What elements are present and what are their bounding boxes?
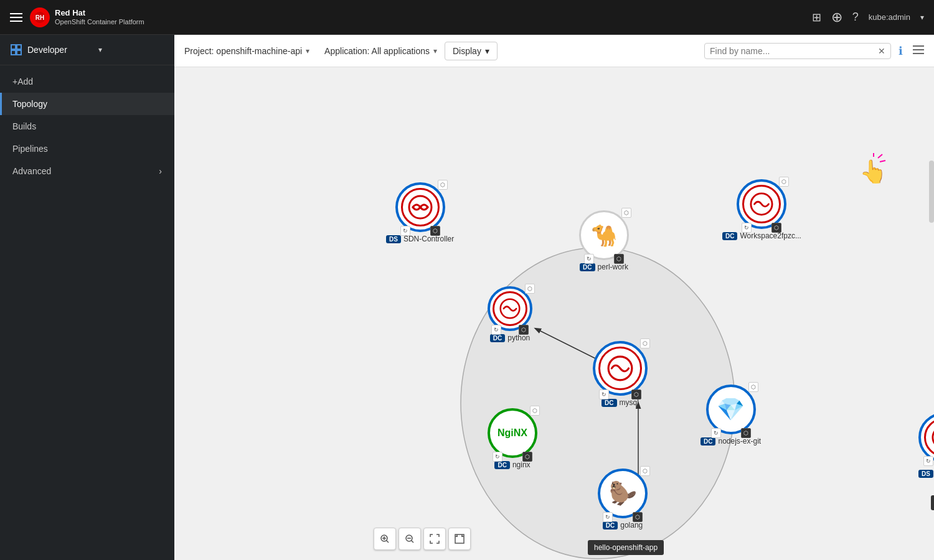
external-link-icon[interactable]: ⬡ [525, 284, 535, 294]
info-icon[interactable]: ℹ [899, 44, 903, 58]
redhat-logo: RH Red Hat OpenShift Container Platform [30, 7, 144, 27]
deploy-icon[interactable]: ⬡ [614, 254, 624, 264]
node-label-golang: DC golang [603, 521, 643, 530]
sidebar-item-pipelines[interactable]: Pipelines [0, 138, 174, 160]
sync-icon[interactable]: ↻ [603, 512, 613, 522]
search-clear-icon[interactable]: ✕ [878, 46, 885, 56]
svg-line-26 [412, 541, 414, 543]
external-link-icon[interactable]: ⬡ [621, 208, 631, 218]
node-label-python: DC python [490, 334, 530, 342]
sidebar-item-advanced[interactable]: Advanced › [0, 160, 174, 182]
deploy-icon[interactable]: ⬡ [430, 226, 440, 236]
fit-to-screen-button[interactable] [423, 528, 446, 550]
node-perl-work-main[interactable]: 🐪 ⬡ ↻ ⬡ DC perl-work [579, 210, 629, 271]
scrollbar[interactable] [929, 161, 934, 223]
external-link-icon[interactable]: ⬡ [640, 466, 650, 476]
sync-icon[interactable]: ↻ [742, 223, 752, 233]
svg-rect-5 [17, 50, 21, 55]
sidebar-item-builds[interactable]: Builds [0, 115, 174, 138]
user-dropdown-icon[interactable]: ▾ [920, 13, 924, 22]
hello-openshift-tooltip: hello-openshift-app [588, 540, 664, 555]
hamburger-menu[interactable] [10, 13, 22, 22]
deploy-icon[interactable]: ⬡ [631, 390, 641, 399]
topology-canvas[interactable]: ⬡ ↻ ⬡ DS SDN-Controller 🐪 ⬡ ↻ [174, 67, 934, 560]
sync-icon[interactable]: ↻ [584, 254, 594, 264]
node-name-golang: golang [620, 521, 643, 530]
external-link-icon[interactable]: ⬡ [779, 177, 789, 187]
node-mysql[interactable]: ⬡ ↻ ⬡ DC mysql [593, 341, 648, 407]
external-link-icon[interactable]: ⬡ [748, 382, 758, 392]
redhat-icon: RH [30, 7, 50, 27]
application-selector[interactable]: Application: All applications ▾ [324, 46, 437, 56]
svg-text:👆: 👆 [859, 158, 887, 184]
svg-rect-6 [913, 45, 924, 47]
sync-icon[interactable]: ↻ [400, 226, 410, 236]
search-box[interactable]: ✕ [704, 43, 891, 59]
node-name-sdn-main: SDN-Controller [403, 235, 454, 243]
perspective-label: Developer [27, 45, 93, 55]
svg-rect-28 [455, 534, 464, 543]
node-sdn-right[interactable]: ↻ ⬡ DS SDN-Controller [918, 413, 934, 482]
project-selector[interactable]: Project: openshift-machine-api ▾ [184, 46, 309, 56]
app4-tooltip: Application 4 [931, 495, 934, 510]
svg-rect-7 [913, 49, 924, 50]
svg-line-22 [387, 541, 389, 543]
builds-label: Builds [12, 121, 36, 131]
deploy-icon[interactable]: ⬡ [633, 512, 643, 522]
node-name-mysql: mysql [620, 398, 639, 407]
brand-line1: Red Hat [55, 8, 144, 18]
deploy-icon[interactable]: ⬡ [519, 325, 529, 335]
display-label: Display [453, 46, 481, 56]
node-sdn-controller-main[interactable]: ⬡ ↻ ⬡ DS SDN-Controller [386, 182, 454, 243]
badge-ds-right: DS [918, 470, 933, 478]
sidebar-item-topology[interactable]: Topology [0, 93, 174, 115]
display-dropdown-icon: ▾ [485, 46, 489, 56]
external-link-icon[interactable]: ⬡ [438, 180, 448, 190]
sync-icon[interactable]: ↻ [599, 390, 609, 399]
svg-line-19 [880, 161, 885, 162]
add-icon[interactable]: ⊕ [831, 9, 842, 26]
sync-icon[interactable]: ↻ [491, 325, 501, 335]
topology-label: Topology [12, 99, 47, 109]
user-menu[interactable]: kube:admin [869, 12, 910, 22]
node-golang[interactable]: 🦫 ⬡ ↻ ⬡ DC golang [598, 469, 648, 530]
advanced-expand-icon: › [159, 166, 162, 176]
badge-dc-golang: DC [603, 521, 618, 530]
top-navigation: RH Red Hat OpenShift Container Platform … [0, 0, 934, 35]
sync-icon[interactable]: ↻ [711, 428, 721, 438]
node-nodejs[interactable]: 💎 ⬡ ↻ ⬡ DC nodejs-ex-git [700, 385, 761, 446]
help-icon[interactable]: ? [852, 11, 859, 24]
brand-text: Red Hat OpenShift Container Platform [55, 8, 144, 26]
node-nginx[interactable]: NgiNX ⬡ ↻ ⬡ DC nginx [488, 408, 537, 469]
perspective-dropdown-icon[interactable]: ▾ [98, 45, 164, 54]
pipelines-label: Pipelines [12, 144, 48, 154]
application-dropdown-icon: ▾ [433, 47, 437, 55]
external-link-icon[interactable]: ⬡ [640, 338, 650, 348]
deploy-icon[interactable]: ⬡ [741, 428, 751, 438]
badge-ds: DS [386, 235, 401, 243]
display-button[interactable]: Display ▾ [445, 42, 498, 60]
application-label: Application: All applications [324, 46, 430, 56]
list-view-icon[interactable] [913, 44, 924, 58]
sync-icon[interactable]: ↻ [493, 452, 502, 462]
node-workspace[interactable]: ⬡ ↻ ⬡ DC Workspace2fpzc... [722, 179, 801, 240]
zoom-out-button[interactable] [399, 528, 421, 550]
zoom-in-button[interactable] [374, 528, 396, 550]
node-name-nginx: nginx [512, 460, 531, 469]
svg-text:RH: RH [35, 14, 44, 21]
apps-grid-icon[interactable]: ⊞ [812, 11, 821, 24]
deploy-icon[interactable]: ⬡ [522, 452, 532, 462]
deploy-icon[interactable]: ⬡ [771, 223, 781, 233]
node-python[interactable]: ⬡ ↻ ⬡ DC python [488, 286, 532, 342]
search-input[interactable] [710, 46, 878, 56]
perspective-switcher[interactable]: Developer ▾ [0, 35, 174, 65]
external-link-icon[interactable]: ⬡ [530, 406, 540, 416]
topology-svg [174, 67, 934, 560]
node-name-nodejs: nodejs-ex-git [718, 437, 761, 446]
sidebar-add[interactable]: +Add [0, 70, 174, 93]
svg-rect-4 [11, 50, 16, 55]
sync-icon[interactable]: ↻ [923, 456, 933, 466]
developer-icon [10, 44, 22, 56]
main-layout: Developer ▾ +Add Topology Builds Pipelin… [0, 35, 934, 560]
fullscreen-button[interactable] [448, 528, 471, 550]
